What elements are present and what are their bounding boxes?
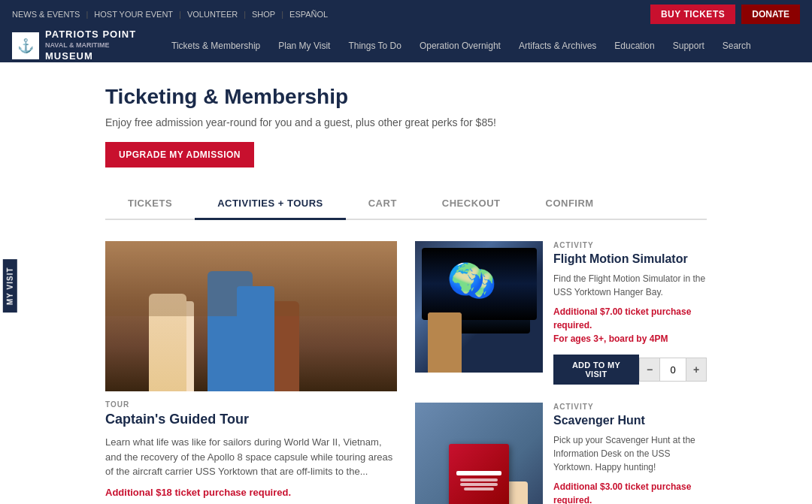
top-bar-links: NEWS & EVENTS | HOST YOUR EVENT | VOLUNT…	[12, 10, 328, 19]
logo-text: PATRIOTS POINT NAVAL & MARITIME MUSEUM	[45, 29, 136, 62]
tour-image-sim	[105, 241, 397, 391]
activity-label-0: ACTIVITY	[553, 241, 707, 249]
upgrade-admission-button[interactable]: UPGRADE MY ADMISSION	[105, 142, 254, 167]
page-content: Ticketing & Membership Enjoy free admiss…	[0, 62, 812, 504]
tab-tickets[interactable]: TICKETS	[105, 189, 195, 220]
nav-search[interactable]: Search	[714, 30, 760, 62]
nav-operation-overnight[interactable]: Operation Overnight	[411, 30, 510, 62]
scavenger-body: ACTIVITY Scavenger Hunt Pick up your Sca…	[553, 403, 707, 504]
activity-scavenger-hunt: ACTIVITY Scavenger Hunt Pick up your Sca…	[415, 403, 707, 504]
scout-figure-2	[428, 312, 462, 373]
page-subtitle: Enjoy free admission year-round for you …	[105, 116, 707, 128]
tour-label: TOUR	[105, 400, 397, 409]
add-to-visit-button-0[interactable]: ADD TO MY VISIT	[553, 355, 639, 385]
activity-title-1: Scavenger Hunt	[553, 414, 707, 427]
qty-input-0[interactable]	[659, 358, 686, 381]
shop-link[interactable]: SHOP	[252, 10, 275, 19]
qty-controls-0: − +	[639, 358, 707, 382]
donate-button[interactable]: DONATE	[741, 5, 800, 24]
brochure	[449, 444, 509, 504]
nav-education[interactable]: Education	[605, 30, 663, 62]
activity-desc-0: Find the Flight Motion Simulator in the …	[553, 272, 707, 299]
top-bar: NEWS & EVENTS | HOST YOUR EVENT | VOLUNT…	[0, 0, 812, 29]
tour-section: TOUR Captain's Guided Tour Learn what li…	[105, 241, 397, 504]
scavenger-image	[415, 403, 543, 504]
space-screen: 🌍	[422, 248, 537, 320]
volunteer-link[interactable]: VOLUNTEER	[187, 10, 238, 19]
nav-plan-my-visit[interactable]: Plan My Visit	[269, 30, 339, 62]
activity-desc-1: Pick up your Scavenger Hunt at the Infor…	[553, 433, 707, 474]
add-to-visit-row-0: ADD TO MY VISIT − +	[553, 355, 707, 385]
espanol-link[interactable]: ESPAÑOL	[289, 10, 328, 19]
news-events-link[interactable]: NEWS & EVENTS	[12, 10, 80, 19]
buy-tickets-button[interactable]: BUY TICKETS	[650, 5, 735, 24]
nav-support[interactable]: Support	[664, 30, 714, 62]
activities-section: 🌍 ACTIVITY Flight Motion Simulator Find …	[415, 241, 707, 504]
tab-cart[interactable]: CART	[346, 189, 420, 220]
host-event-link[interactable]: HOST YOUR EVENT	[94, 10, 173, 19]
brochure-container	[449, 444, 509, 504]
page-title: Ticketing & Membership	[105, 85, 707, 109]
qty-increase-button-0[interactable]: +	[686, 358, 706, 381]
content-grid: TOUR Captain's Guided Tour Learn what li…	[105, 241, 707, 504]
tab-checkout[interactable]: CHECKOUT	[420, 189, 523, 220]
brochure-title	[456, 471, 501, 475]
tour-title: Captain's Guided Tour	[105, 412, 397, 427]
activity-title-0: Flight Motion Simulator	[553, 252, 707, 266]
brochure-sub3	[464, 487, 494, 490]
tab-activities-tours[interactable]: ACTIVITIES + TOURS	[195, 189, 346, 220]
qty-decrease-button-0[interactable]: −	[640, 358, 659, 381]
tour-price: Additional $18 ticket purchase required.	[105, 487, 397, 498]
tour-card-image	[105, 241, 397, 391]
brochure-sub2	[460, 483, 498, 486]
my-visit-tab[interactable]: MY VISIT	[3, 259, 17, 312]
activity-flight-simulator: 🌍 ACTIVITY Flight Motion Simulator Find …	[415, 241, 707, 385]
header: ⚓ PATRIOTS POINT NAVAL & MARITIME MUSEUM…	[0, 29, 812, 62]
bg-overlay	[105, 241, 397, 316]
activity-label-1: ACTIVITY	[553, 403, 707, 411]
nav-artifacts-archives[interactable]: Artifacts & Archives	[510, 30, 605, 62]
top-bar-actions: BUY TICKETS DONATE	[650, 5, 800, 24]
logo[interactable]: ⚓ PATRIOTS POINT NAVAL & MARITIME MUSEUM	[12, 29, 162, 62]
activity-price-1: Additional $3.00 ticket purchase require…	[553, 480, 707, 504]
main-nav: Tickets & Membership Plan My Visit Thing…	[162, 30, 800, 62]
flight-sim-bg: 🌍	[415, 241, 543, 373]
tab-confirm[interactable]: CONFIRM	[523, 189, 617, 220]
brochure-sub1	[460, 478, 498, 481]
logo-icon: ⚓	[12, 32, 39, 59]
tab-bar: TICKETS ACTIVITIES + TOURS CART CHECKOUT…	[105, 189, 707, 220]
scavenger-bg	[415, 403, 543, 504]
flight-sim-body: ACTIVITY Flight Motion Simulator Find th…	[553, 241, 707, 385]
tour-card-body: TOUR Captain's Guided Tour Learn what li…	[105, 391, 397, 504]
nav-things-to-do[interactable]: Things To Do	[339, 30, 410, 62]
nav-tickets-membership[interactable]: Tickets & Membership	[162, 30, 269, 62]
earth-icon: 🌍	[462, 268, 496, 300]
flight-sim-image: 🌍	[415, 241, 543, 373]
tour-description: Learn what life was like for sailors dur…	[105, 435, 397, 479]
activity-price-0: Additional $7.00 ticket purchase require…	[553, 305, 707, 346]
tour-card: TOUR Captain's Guided Tour Learn what li…	[105, 241, 397, 504]
